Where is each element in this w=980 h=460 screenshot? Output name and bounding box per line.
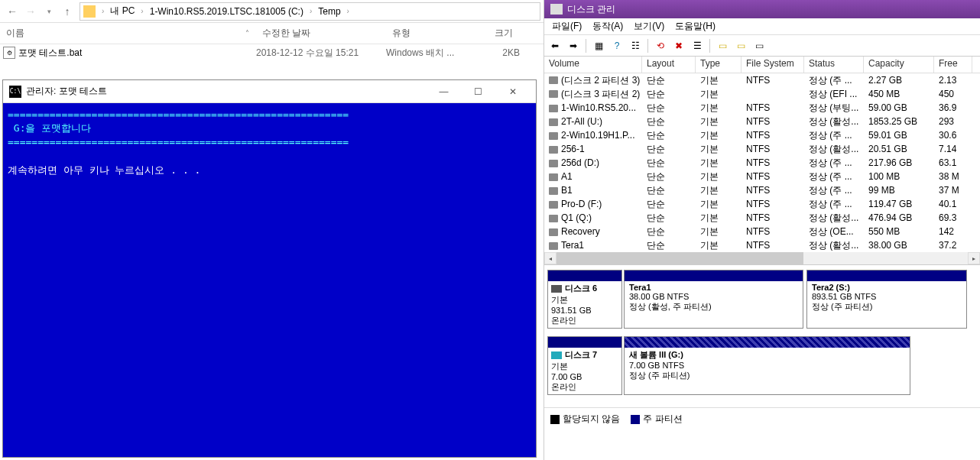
col-free[interactable]: Free: [934, 57, 972, 73]
disk-block-7[interactable]: 디스크 7 기본 7.00 GB 온라인 새 볼륨 III (G:) 7.00 …: [547, 336, 977, 395]
close-button[interactable]: ✕: [495, 81, 530, 102]
toolbar-settings-icon[interactable]: ☷: [628, 38, 643, 53]
toolbar-drive2-icon[interactable]: ▭: [733, 38, 748, 53]
toolbar-back-icon[interactable]: ⬅: [547, 38, 563, 53]
file-size: 2KB: [466, 47, 520, 58]
menu-action[interactable]: 동작(A): [588, 18, 628, 34]
scroll-left-icon[interactable]: ◂: [544, 252, 557, 264]
col-volume[interactable]: Volume: [544, 57, 642, 73]
breadcrumb-bar[interactable]: › 내 PC › 1-Win10.RS5.2019.LTSC.181005 (C…: [80, 2, 540, 21]
chevron-right-icon: ›: [310, 7, 312, 15]
file-row[interactable]: ⚙포맷 테스트.bat 2018-12-12 수요일 15:21 Windows…: [0, 44, 544, 61]
nav-forward-button[interactable]: →: [21, 2, 40, 21]
file-name: 포맷 테스트.bat: [18, 47, 82, 60]
disk-management-window: 디스크 관리 파일(F) 동작(A) 보기(V) 도움말(H) ⬅ ➡ ▦ ? …: [544, 0, 980, 460]
volume-icon: [549, 242, 558, 250]
volume-row[interactable]: 256-1단순기본NTFS정상 (활성...20.51 GB7.14: [544, 142, 980, 156]
volume-icon: [549, 90, 558, 98]
scroll-right-icon[interactable]: ▸: [968, 252, 980, 264]
file-explorer-window: ← → ▾ ↑ › 내 PC › 1-Win10.RS5.2019.LTSC.1…: [0, 0, 544, 460]
volume-row[interactable]: 1-Win10.RS5.20...단순기본NTFS정상 (부팅...59.00 …: [544, 101, 980, 115]
disk-icon: [551, 285, 562, 293]
column-header-size[interactable]: 크기: [466, 24, 520, 43]
volume-icon: [549, 146, 558, 154]
sort-indicator-icon: ˄: [245, 29, 249, 37]
partition-tera2[interactable]: Tera2 (S:) 893.51 GB NTFS 정상 (주 파티션): [806, 270, 967, 329]
volume-row[interactable]: Pro-D (F:)단순기본NTFS정상 (주 ...119.47 GB40.1: [544, 197, 980, 211]
diskmgmt-titlebar[interactable]: 디스크 관리: [544, 0, 980, 18]
minimize-button[interactable]: —: [427, 81, 461, 102]
toolbar-refresh-icon[interactable]: ⟲: [653, 38, 668, 53]
toolbar-delete-icon[interactable]: ✖: [671, 38, 686, 53]
volume-row[interactable]: Tera1단순기본NTFS정상 (활성...38.00 GB37.2: [544, 238, 980, 252]
breadcrumb-item[interactable]: 1-Win10.RS5.2019.LTSC.181005 (C:): [147, 5, 307, 18]
volume-icon: [549, 118, 558, 126]
menu-view[interactable]: 보기(V): [629, 18, 669, 34]
console-output[interactable]: ========================================…: [3, 103, 536, 457]
diskmgmt-icon: [550, 4, 563, 15]
breadcrumb-item[interactable]: 내 PC: [107, 3, 138, 19]
col-capacity[interactable]: Capacity: [864, 57, 934, 73]
chevron-right-icon: ›: [102, 7, 104, 15]
volume-row[interactable]: 256d (D:)단순기본NTFS정상 (주 ...217.96 GB63.1: [544, 156, 980, 170]
disk-header: 디스크 7 기본 7.00 GB 온라인: [547, 336, 622, 395]
bat-file-icon: ⚙: [3, 47, 15, 59]
chevron-right-icon: ›: [347, 7, 349, 15]
file-type: Windows 배치 ...: [386, 47, 466, 60]
volume-icon: [549, 201, 558, 209]
col-filesystem[interactable]: File System: [741, 57, 804, 73]
breadcrumb-item[interactable]: Temp: [315, 5, 343, 18]
horizontal-scrollbar[interactable]: ◂ ▸: [544, 252, 980, 264]
legend-swatch-unallocated: [550, 415, 560, 424]
volume-icon: [549, 160, 558, 167]
partition-tera1[interactable]: Tera1 38.00 GB NTFS 정상 (활성, 주 파티션): [624, 270, 803, 329]
volume-row[interactable]: B1단순기본NTFS정상 (주 ...99 MB37 M: [544, 183, 980, 197]
col-layout[interactable]: Layout: [642, 57, 696, 73]
volume-icon: [549, 132, 558, 140]
column-header-date[interactable]: 수정한 날짜: [256, 24, 386, 43]
toolbar-properties-icon[interactable]: ☰: [690, 38, 705, 53]
console-window: C:\ 관리자: 포맷 테스트 — ☐ ✕ ==================…: [2, 79, 537, 458]
disk-icon: [551, 351, 562, 359]
volume-icon: [549, 76, 558, 84]
column-header-name[interactable]: 이름˄: [0, 24, 256, 43]
nav-up-button[interactable]: ↑: [58, 2, 76, 21]
volume-row[interactable]: (디스크 2 파티션 3)단순기본NTFS정상 (주 ...2.27 GB2.1…: [544, 73, 980, 87]
disk-block-6[interactable]: 디스크 6 기본 931.51 GB 온라인 Tera1 38.00 GB NT…: [547, 270, 977, 329]
col-type[interactable]: Type: [696, 57, 741, 73]
volume-icon: [549, 105, 558, 112]
nav-history-dropdown[interactable]: ▾: [40, 2, 58, 21]
disk-header: 디스크 6 기본 931.51 GB 온라인: [547, 270, 622, 329]
maximize-button[interactable]: ☐: [461, 81, 495, 102]
partition-new-volume-g[interactable]: 새 볼륨 III (G:) 7.00 GB NTFS 정상 (주 파티션): [624, 336, 910, 395]
volume-row[interactable]: Recovery단순기본NTFS정상 (OE...550 MB142: [544, 225, 980, 238]
volume-icon: [549, 187, 558, 195]
legend: 할당되지 않음 주 파티션: [544, 407, 980, 430]
toolbar-forward-icon[interactable]: ➡: [566, 38, 581, 53]
col-status[interactable]: Status: [804, 57, 864, 73]
menu-bar: 파일(F) 동작(A) 보기(V) 도움말(H): [544, 18, 980, 35]
volume-icon: [549, 215, 558, 222]
menu-help[interactable]: 도움말(H): [670, 18, 720, 34]
folder-icon: [83, 5, 96, 18]
disk-graphical-view: 디스크 6 기본 931.51 GB 온라인 Tera1 38.00 GB NT…: [544, 265, 980, 407]
volume-row[interactable]: 2T-All (U:)단순기본NTFS정상 (활성...1853.25 GB29…: [544, 115, 980, 128]
cmd-icon: C:\: [9, 86, 21, 98]
console-titlebar[interactable]: C:\ 관리자: 포맷 테스트 — ☐ ✕: [3, 80, 536, 103]
volume-row[interactable]: (디스크 3 파티션 2)단순기본정상 (EFI ...450 MB450: [544, 87, 980, 101]
volume-row[interactable]: 2-Win10.19H1.P...단순기본NTFS정상 (주 ...59.01 …: [544, 128, 980, 142]
volume-row[interactable]: Q1 (Q:)단순기본NTFS정상 (활성...476.94 GB69.3: [544, 211, 980, 225]
toolbar-drive-icon[interactable]: ▭: [715, 38, 730, 53]
toolbar-table-icon[interactable]: ▦: [591, 38, 606, 53]
column-header-type[interactable]: 유형: [386, 24, 466, 43]
toolbar: ⬅ ➡ ▦ ? ☷ ⟲ ✖ ☰ ▭ ▭ ▭: [544, 35, 980, 57]
toolbar-drive3-icon[interactable]: ▭: [751, 38, 767, 53]
toolbar-help-icon[interactable]: ?: [609, 38, 625, 53]
volume-icon: [549, 173, 558, 181]
nav-back-button[interactable]: ←: [3, 2, 21, 21]
volume-row[interactable]: A1단순기본NTFS정상 (주 ...100 MB38 M: [544, 170, 980, 183]
file-date: 2018-12-12 수요일 15:21: [256, 47, 386, 60]
explorer-nav-bar: ← → ▾ ↑ › 내 PC › 1-Win10.RS5.2019.LTSC.1…: [0, 0, 544, 23]
legend-swatch-primary: [631, 415, 640, 424]
menu-file[interactable]: 파일(F): [547, 18, 586, 34]
